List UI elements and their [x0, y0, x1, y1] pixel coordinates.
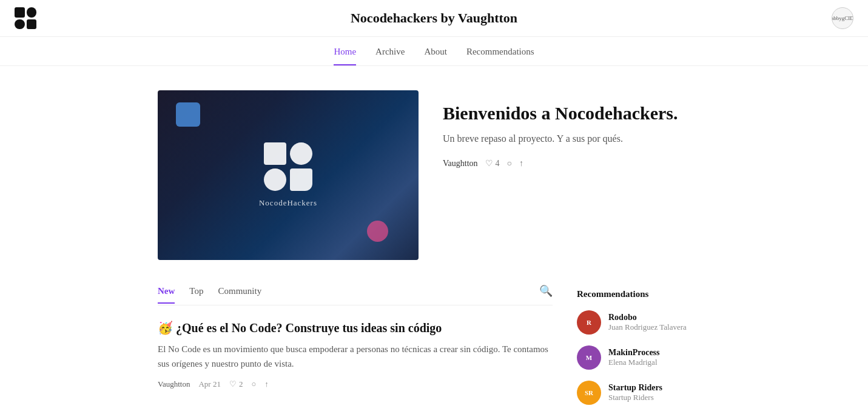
rec-sub-rodobo: Juan Rodriguez Talavera [608, 322, 687, 332]
post-date: Apr 21 [198, 379, 220, 389]
post-author[interactable]: Vaughtton [158, 379, 190, 389]
posts-tabs: New Top Community 🔍 [158, 284, 553, 305]
nocode-cell-4 [290, 168, 312, 191]
hero-image-overlay: NocodeHackers [259, 142, 317, 208]
nocode-logo [264, 142, 312, 191]
hero-comments[interactable]: ○ [507, 159, 512, 168]
logo-cell-1 [15, 7, 25, 18]
post-likes[interactable]: ♡ 2 [229, 379, 243, 389]
rec-item-rodobo[interactable]: R Rodobo Juan Rodriguez Talavera [577, 310, 710, 335]
rec-avatar-makin: M [577, 345, 601, 370]
post-title[interactable]: 🥳 ¿Qué es el No Code? Construye tus idea… [158, 320, 553, 336]
rec-item-startup[interactable]: SR Startup Riders Startup Riders [577, 381, 710, 405]
hero-subtitle: Un breve repaso al proyecto. Y a sus por… [443, 132, 710, 146]
share-icon: ↑ [519, 159, 523, 168]
nav-recommendations[interactable]: Recommendations [466, 47, 534, 65]
logo-cell-3 [15, 19, 25, 30]
rec-info-rodobo: Rodobo Juan Rodriguez Talavera [608, 313, 687, 332]
logo-grid [15, 7, 36, 29]
post-likes-count: 2 [239, 379, 243, 389]
tab-new[interactable]: New [158, 286, 175, 304]
main-nav: Home Archive About Recommendations [0, 37, 868, 66]
nav-home[interactable]: Home [334, 47, 356, 65]
post-comment-button[interactable]: ○ [251, 379, 256, 389]
hero-author[interactable]: Vaughtton [443, 159, 478, 168]
hero-content: Bienvenidos a Nocodehackers. Un breve re… [443, 90, 710, 168]
site-title: Nocodehackers by Vaughtton [351, 10, 517, 26]
rec-avatar-startup: SR [577, 381, 601, 405]
hero-likes[interactable]: ♡ 4 [485, 158, 500, 168]
post-card: 🥳 ¿Qué es el No Code? Construye tus idea… [158, 320, 553, 404]
rec-info-startup: Startup Riders Startup Riders [608, 383, 662, 402]
search-icon: 🔍 [539, 285, 553, 297]
nav-archive[interactable]: Archive [375, 47, 405, 65]
hero-title: Bienvenidos a Nocodehackers. [443, 102, 710, 124]
post-excerpt: El No Code es un movimiento que busca em… [158, 342, 553, 371]
nocode-cell-2 [290, 142, 312, 165]
nocode-cell-1 [264, 142, 286, 165]
rec-info-makin: MakinProcess Elena Madrigal [608, 348, 660, 367]
post-meta: Vaughtton Apr 21 ♡ 2 ○ ↑ [158, 379, 553, 389]
tab-top[interactable]: Top [189, 286, 203, 304]
logo-cell-2 [27, 7, 37, 18]
user-avatar[interactable]: abbygCID [832, 7, 853, 29]
rec-avatar-rodobo: R [577, 310, 601, 335]
logo-cell-4 [27, 19, 37, 30]
rec-initials-makin: M [586, 354, 592, 361]
rec-sub-makin: Elena Madrigal [608, 358, 660, 367]
hero-likes-count: 4 [496, 159, 500, 168]
rec-item-makin[interactable]: M MakinProcess Elena Madrigal [577, 345, 710, 370]
content-area: New Top Community 🔍 🥳 ¿Qué es el No Code… [0, 284, 868, 416]
tab-community[interactable]: Community [218, 286, 261, 304]
sidebar: Recommendations R Rodobo Juan Rodriguez … [577, 284, 710, 416]
search-button[interactable]: 🔍 [539, 284, 553, 305]
rec-name-makin: MakinProcess [608, 348, 660, 358]
post-share-button[interactable]: ↑ [264, 379, 269, 389]
main-content: New Top Community 🔍 🥳 ¿Qué es el No Code… [158, 284, 553, 416]
comment-icon: ○ [251, 379, 256, 389]
hero-image[interactable]: NocodeHackers [158, 90, 419, 260]
heart-icon: ♡ [229, 379, 237, 389]
rec-name-startup: Startup Riders [608, 383, 662, 393]
heart-icon: ♡ [485, 158, 493, 168]
hero-image-label: NocodeHackers [259, 198, 317, 208]
logo[interactable] [15, 7, 36, 29]
hero-share[interactable]: ↑ [519, 159, 523, 168]
rec-sub-startup: Startup Riders [608, 393, 662, 402]
rec-name-rodobo: Rodobo [608, 313, 687, 322]
hero-meta: Vaughtton ♡ 4 ○ ↑ [443, 158, 710, 168]
nocode-cell-3 [264, 168, 286, 191]
comment-icon: ○ [507, 159, 512, 168]
share-icon: ↑ [264, 379, 269, 389]
nav-about[interactable]: About [424, 47, 447, 65]
rec-initials-startup: SR [585, 389, 593, 396]
sidebar-title: Recommendations [577, 289, 710, 299]
avatar-text: abbygCID [832, 15, 853, 21]
rec-initials-rodobo: R [587, 319, 591, 326]
hero-section: NocodeHackers Bienvenidos a Nocodehacker… [0, 66, 868, 284]
topbar: Nocodehackers by Vaughtton abbygCID [0, 0, 868, 37]
